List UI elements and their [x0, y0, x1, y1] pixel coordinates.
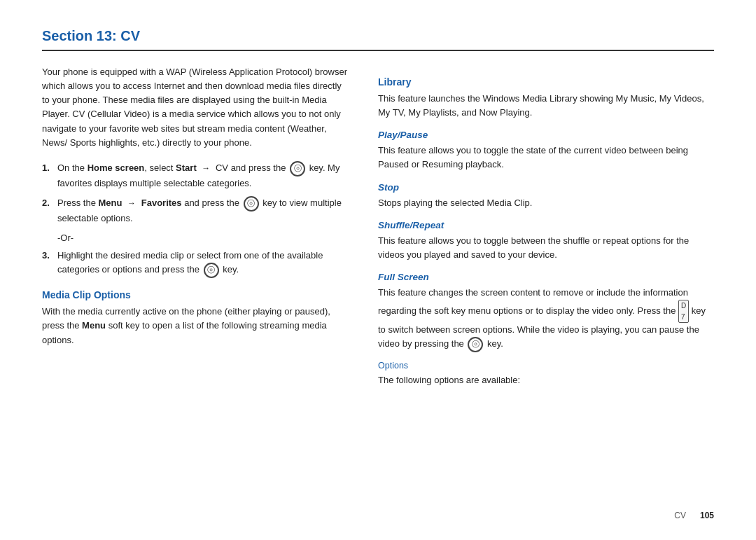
options-body: The following options are available: [378, 373, 714, 387]
step-3-content: Highlight the desired media clip or sele… [57, 249, 350, 278]
step-3: 3. Highlight the desired media clip or s… [42, 249, 350, 278]
shuffle-repeat-title: Shuffle/Repeat [378, 220, 714, 230]
footer-page-number: 105 [700, 511, 714, 520]
stop-title: Stop [378, 182, 714, 193]
stop-body: Stops playing the selected Media Clip. [378, 196, 714, 210]
dpad-key-3 [204, 263, 219, 278]
arrow-icon-2: → [127, 197, 136, 210]
play-pause-title: Play/Pause [378, 130, 714, 140]
options-link[interactable]: Options [378, 361, 714, 371]
step3-list: 3. Highlight the desired media clip or s… [42, 249, 350, 278]
d7-key: D7 [678, 300, 689, 323]
steps-list: 1. On the Home screen, select Start → CV… [42, 161, 350, 226]
home-screen-label: Home screen [88, 162, 145, 173]
or-divider: -Or- [57, 233, 350, 243]
menu-label: Menu [99, 198, 122, 208]
dpad-key-1 [290, 161, 305, 176]
footer-label: CV [674, 511, 686, 520]
dpad-key-4 [468, 337, 483, 352]
step-1: 1. On the Home screen, select Start → CV… [42, 161, 350, 191]
intro-paragraph: Your phone is equipped with a WAP (Wirel… [42, 65, 350, 150]
step-1-num: 1. [42, 161, 52, 191]
section-header-container: Section 13: CV [42, 28, 714, 51]
right-column: Library This feature launches the Window… [378, 65, 714, 390]
step-1-content: On the Home screen, select Start → CV an… [57, 161, 350, 191]
start-label: Start [176, 162, 197, 173]
left-column: Your phone is equipped with a WAP (Wirel… [42, 65, 350, 390]
menu-word: Menu [82, 320, 106, 331]
media-clip-options-title: Media Clip Options [42, 289, 350, 300]
page-footer: CV 105 [674, 511, 714, 520]
step-3-num: 3. [42, 249, 52, 278]
content-area: Your phone is equipped with a WAP (Wirel… [42, 65, 714, 390]
section-title: Section 13: CV [42, 28, 714, 51]
step-2-num: 2. [42, 196, 52, 226]
step-2: 2. Press the Menu → Favorites and press … [42, 196, 350, 226]
library-title: Library [378, 76, 714, 88]
library-body: This feature launches the Windows Media … [378, 92, 714, 120]
dpad-key-2 [244, 196, 259, 212]
arrow-icon-1: → [202, 162, 210, 175]
favorites-label: Favorites [141, 198, 182, 208]
play-pause-body: This feature allows you to toggle the st… [378, 144, 714, 172]
shuffle-repeat-body: This feature allows you to toggle betwee… [378, 234, 714, 262]
step-2-content: Press the Menu → Favorites and press the… [57, 196, 350, 226]
media-clip-options-body: With the media currently active on the p… [42, 305, 350, 347]
full-screen-title: Full Screen [378, 272, 714, 282]
page: Section 13: CV Your phone is equipped wi… [0, 0, 756, 540]
full-screen-body: This feature changes the screen content … [378, 286, 714, 352]
